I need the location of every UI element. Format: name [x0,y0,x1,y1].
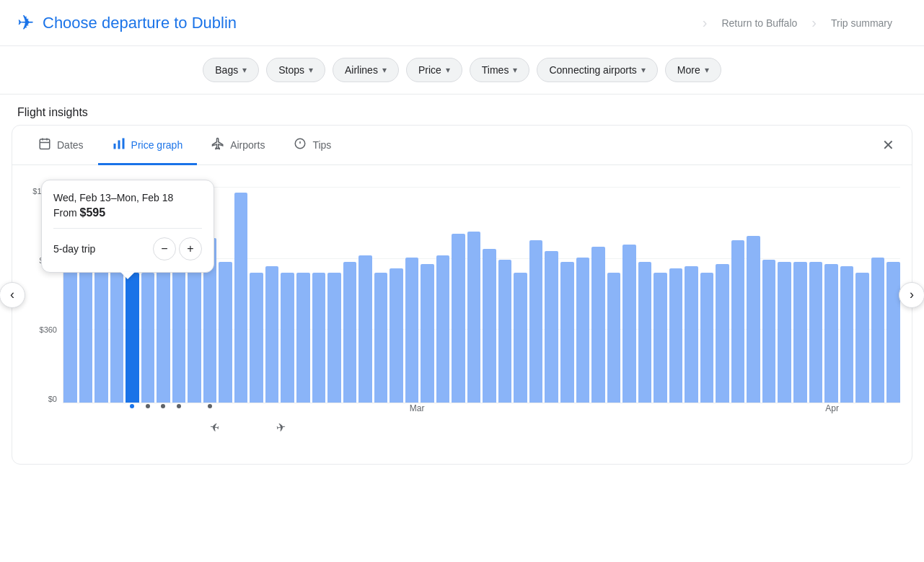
filter-price-label: Price [418,64,441,76]
stepper-minus-button[interactable]: − [153,237,176,260]
bar-item[interactable] [234,193,248,403]
bar-item[interactable] [638,262,652,403]
bar-item[interactable] [390,268,403,403]
bar-item[interactable] [514,273,527,403]
bar-item[interactable] [747,236,760,403]
bar-item[interactable] [762,260,776,403]
bar-item[interactable] [654,273,667,403]
filter-times-label: Times [482,64,509,76]
bar-item[interactable] [281,273,294,403]
tab-dates[interactable]: Dates [24,126,98,165]
bar-item[interactable] [731,240,745,403]
bar-item[interactable] [793,262,807,403]
tooltip-divider [53,228,202,229]
bar-item[interactable] [576,258,590,403]
tooltip-trip-row: 5-day trip − + [53,237,202,260]
bar-item[interactable] [219,262,232,403]
bar-item[interactable] [467,232,481,403]
tab-price-graph-label: Price graph [131,139,183,151]
bar-item[interactable] [343,262,357,403]
tooltip-price-value: $595 [80,206,106,219]
bar-item[interactable] [824,264,838,403]
flight-icons-row: ✈ ✈ [69,421,900,435]
bar-item[interactable] [141,273,155,403]
filter-bags[interactable]: Bags ▾ [203,58,259,82]
filter-airlines-label: Airlines [345,64,378,76]
bar-item[interactable] [529,240,543,403]
nav-prev-button[interactable]: ‹ [0,282,25,308]
stepper-plus-button[interactable]: + [179,237,202,260]
bar-item[interactable] [778,262,791,403]
tab-price-graph[interactable]: Price graph [98,126,198,165]
bar-item[interactable] [685,266,698,403]
nav-next-button[interactable]: › [899,282,924,308]
tooltip-arrow [120,272,135,279]
bar-item[interactable] [312,273,326,403]
bar-item[interactable] [358,255,372,403]
trip-length-stepper: − + [153,237,202,260]
filter-connecting-airports[interactable]: Connecting airports ▾ [537,58,657,82]
nav-sep-1: › [703,14,708,31]
bar-item[interactable] [498,260,512,403]
bar-item[interactable] [296,273,310,403]
filter-connecting-airports-label: Connecting airports [549,64,636,76]
bar-item[interactable] [250,273,263,403]
tooltip-trip-label: 5-day trip [53,243,95,255]
bar-item[interactable] [716,264,729,403]
tab-airports-label: Airports [230,139,265,151]
svg-rect-6 [122,139,124,149]
bar-item[interactable] [669,268,683,403]
bar-item[interactable] [840,266,854,403]
bar-item[interactable] [405,258,419,403]
bar-item[interactable] [452,234,465,403]
bar-item[interactable] [483,249,496,403]
bar-item[interactable] [79,258,93,403]
filter-price[interactable]: Price ▾ [406,58,462,82]
filter-stops[interactable]: Stops ▾ [266,58,325,82]
filter-airlines[interactable]: Airlines ▾ [333,58,399,82]
bar-item[interactable] [607,273,621,403]
x-labels-row: Mar Apr [69,403,900,421]
bar-item[interactable] [855,273,869,403]
bar-item[interactable] [809,262,823,403]
tab-airports[interactable]: Airports [197,126,279,165]
chevron-down-icon: ▾ [309,65,313,75]
x-label-mar: Mar [410,403,425,413]
bar-item[interactable] [327,273,341,403]
header: ✈ Choose departure to Dublin › Return to… [0,0,924,46]
tooltip-from-label: From [53,207,77,219]
chevron-down-icon: ▾ [513,65,517,75]
bar-item[interactable] [871,258,885,403]
y-label-bottom: $0 [48,395,57,403]
bar-item[interactable] [63,262,77,403]
bar-item[interactable] [421,264,434,403]
bar-item[interactable] [374,273,388,403]
bar-item[interactable] [126,273,139,403]
bar-chart-icon [113,137,126,153]
arrive-icon: ✈ [276,420,287,435]
chevron-down-icon: ▾ [446,65,450,75]
bar-item[interactable] [265,266,279,403]
tabs-bar: Dates Price graph Airports Tips ✕ [12,126,912,165]
filter-more[interactable]: More ▾ [665,58,721,82]
bar-item[interactable] [622,245,636,403]
bar-item[interactable] [545,251,558,403]
bar-item[interactable] [700,273,714,403]
svg-rect-4 [113,144,115,149]
filter-times[interactable]: Times ▾ [470,58,530,82]
tab-dates-label: Dates [57,139,84,151]
bar-item[interactable] [436,255,450,403]
nav-step-return[interactable]: Return to Buffalo [707,17,811,29]
chart-area: Wed, Feb 13–Mon, Feb 18 From $595 5-day … [12,165,912,464]
filter-bags-label: Bags [215,64,238,76]
close-button[interactable]: ✕ [876,131,900,159]
page-title: Choose departure to Dublin [43,14,237,32]
bar-item[interactable] [591,247,605,403]
nav-step-trip-summary[interactable]: Trip summary [817,17,907,29]
bar-item[interactable] [560,262,574,403]
svg-rect-0 [40,139,50,149]
tab-tips[interactable]: Tips [279,126,346,165]
svg-rect-5 [118,141,120,149]
airport-icon [211,137,224,153]
bar-item[interactable] [886,262,900,403]
